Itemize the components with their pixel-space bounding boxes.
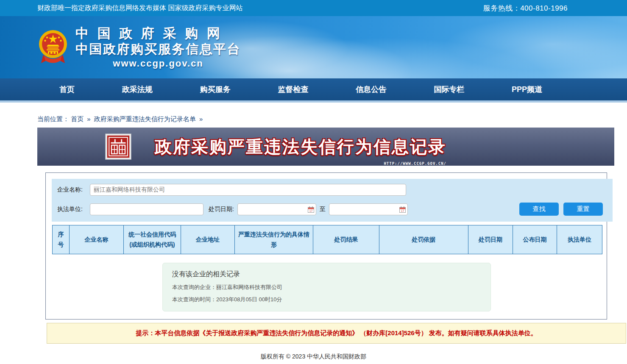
nav-item-home[interactable]: 首页 <box>59 84 75 94</box>
nav-item-purchase-services[interactable]: 购买服务 <box>200 84 231 94</box>
main-nav: 首页 政采法规 购买服务 监督检查 信息公告 国际专栏 PPP频道 <box>0 78 627 103</box>
no-record-message: 没有该企业的相关记录 <box>172 270 481 279</box>
nav-item-announcements[interactable]: 信息公告 <box>356 84 386 94</box>
top-info-bar: 财政部唯一指定政府采购信息网络发布媒体 国家级政府采购专业网站 服务热线：400… <box>0 0 627 16</box>
breadcrumb-separator: » <box>87 115 90 122</box>
breadcrumb-current-link[interactable]: 政府采购严重违法失信行为记录名单 <box>94 115 196 122</box>
reset-button[interactable]: 重置 <box>563 203 603 216</box>
site-logo[interactable]: 中 国 政 府 采 购 网 中国政府购买服务信息平台 www.ccgp.gov.… <box>38 25 241 69</box>
site-title: 中 国 政 府 采 购 网 <box>75 25 241 41</box>
agency-label: 执法单位: <box>57 206 90 213</box>
banner-url: HTTP://WWW.CCGP.GOV.CN/ <box>384 161 446 166</box>
nav-item-ppp-channel[interactable]: PPP频道 <box>512 84 542 94</box>
col-header-agency: 执法单位 <box>557 225 602 254</box>
company-name-label: 企业名称: <box>57 186 90 194</box>
col-header-publish-date: 公布日期 <box>513 225 557 254</box>
penalty-date-to-input[interactable] <box>329 203 408 215</box>
form-row-filters: 执法单位: 处罚日期: 17 至 <box>52 203 613 216</box>
nav-item-international[interactable]: 国际专栏 <box>434 84 464 94</box>
site-subtitle: 中国政府购买服务信息平台 <box>75 42 241 57</box>
date-to-label: 至 <box>320 206 326 213</box>
site-header: 中 国 政 府 采 购 网 中国政府购买服务信息平台 www.ccgp.gov.… <box>0 16 627 78</box>
svg-text:17: 17 <box>309 209 313 212</box>
penalty-date-from-wrap: 17 <box>237 203 316 215</box>
company-name-input[interactable] <box>90 184 406 196</box>
national-emblem-icon <box>38 29 68 66</box>
red-seal-icon <box>105 133 131 160</box>
penalty-date-label: 处罚日期: <box>209 206 234 213</box>
search-button[interactable]: 查找 <box>519 203 559 216</box>
search-form-panel: 企业名称: 执法单位: 处罚日期: 17 至 <box>52 179 613 222</box>
query-company-line: 本次查询的企业：丽江嘉和网络科技有限公司 <box>172 283 481 291</box>
svg-text:17: 17 <box>401 209 404 212</box>
banner-title-wrap: 政府采购严重违法失信行为信息记录 HTTP://WWW.CCGP.GOV.CN/ <box>155 135 446 158</box>
nav-item-regulations[interactable]: 政采法规 <box>122 84 153 94</box>
col-header-credit-code: 统一社会信用代码(或组织机构代码) <box>124 225 181 254</box>
query-time-line: 本次查询的时间：2023年08月05日 00时10分 <box>172 296 481 303</box>
banner-title: 政府采购严重违法失信行为信息记录 <box>155 135 446 158</box>
page-banner: 政府采购严重违法失信行为信息记录 HTTP://WWW.CCGP.GOV.CN/ <box>37 128 614 166</box>
service-hotline: 服务热线：400-810-1996 <box>483 3 568 13</box>
table-header-row: 序号 企业名称 统一社会信用代码(或组织机构代码) 企业地址 严重违法失信行为的… <box>53 225 602 254</box>
calendar-icon[interactable]: 17 <box>399 206 406 213</box>
breadcrumb-separator: » <box>199 115 203 122</box>
breadcrumb: 当前位置： 首页 » 政府采购严重违法失信行为记录名单 » <box>37 115 627 123</box>
col-header-address: 企业地址 <box>181 225 235 254</box>
penalty-date-from-input[interactable] <box>237 203 316 215</box>
query-result-box: 没有该企业的相关记录 本次查询的企业：丽江嘉和网络科技有限公司 本次查询的时间：… <box>162 263 491 311</box>
nav-item-supervision[interactable]: 监督检查 <box>278 84 308 94</box>
site-url: www.ccgp.gov.cn <box>75 58 241 69</box>
breadcrumb-label: 当前位置： <box>37 115 69 122</box>
col-header-index: 序号 <box>53 225 70 254</box>
form-row-company: 企业名称: <box>52 184 613 196</box>
logo-text-block: 中 国 政 府 采 购 网 中国政府购买服务信息平台 www.ccgp.gov.… <box>75 25 241 69</box>
col-header-penalty-basis: 处罚依据 <box>379 225 468 254</box>
col-header-company: 企业名称 <box>70 225 124 254</box>
col-header-violation: 严重违法失信行为的具体情形 <box>235 225 313 254</box>
col-header-penalty-date: 处罚日期 <box>468 225 513 254</box>
records-table: 序号 企业名称 统一社会信用代码(或组织机构代码) 企业地址 严重违法失信行为的… <box>52 225 602 254</box>
breadcrumb-home-link[interactable]: 首页 <box>71 115 84 122</box>
notice-bar: 提示：本平台信息依据《关于报送政府采购严重违法失信行为信息记录的通知》 （财办库… <box>47 323 626 344</box>
calendar-icon[interactable]: 17 <box>308 206 314 213</box>
penalty-date-to-wrap: 17 <box>329 203 408 215</box>
content-box: 企业名称: 执法单位: 处罚日期: 17 至 <box>45 172 607 320</box>
footer-copyright: 版权所有 © 2023 中华人民共和国财政部 <box>0 353 627 361</box>
agency-input[interactable] <box>90 203 203 215</box>
site-slogan: 财政部唯一指定政府采购信息网络发布媒体 国家级政府采购专业网站 <box>37 4 242 13</box>
col-header-penalty-result: 处罚结果 <box>313 225 379 254</box>
